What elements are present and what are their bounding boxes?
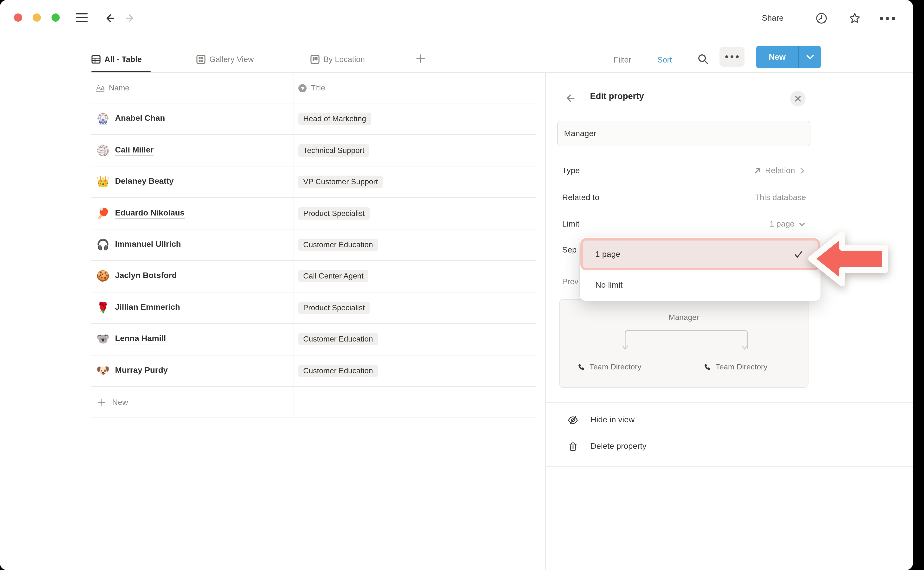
panel-divider [546,466,913,466]
search-icon[interactable] [697,53,709,66]
relation-preview: Manager Team Directory Team Directory [559,299,809,388]
title-cell[interactable]: Customer Education [293,324,536,355]
name-cell[interactable]: 🍪 Jaclyn Botsford [91,261,293,292]
name-cell[interactable]: 🎡 Anabel Chan [91,103,293,135]
sort-button[interactable]: Sort [657,50,672,69]
board-view-icon [310,55,319,64]
setting-value[interactable]: Relation [753,166,806,176]
delete-property-button[interactable]: Delete property [567,438,646,455]
table-row[interactable]: 🏓 Eduardo Nikolaus Product Specialist [91,198,536,230]
setting-row-related-to[interactable]: Related to This database [562,188,806,207]
page-name-link[interactable]: Jaclyn Botsford [115,271,177,282]
property-name-input[interactable] [557,121,810,146]
page-emoji-icon: 🎧 [96,239,110,250]
page-name-link[interactable]: Delaney Beatty [115,176,174,187]
page-name-link[interactable]: Lenna Hamill [115,334,166,345]
column-header-label: Name [109,84,129,92]
table-row[interactable]: 🌹 Jillian Emmerich Product Specialist [91,292,536,324]
page-name-link[interactable]: Anabel Chan [115,113,165,124]
setting-row-type[interactable]: Type Relation [562,161,806,180]
traffic-light-zoom-button[interactable] [52,14,60,21]
favorite-star-icon[interactable] [848,12,861,25]
preview-child-item: Team Directory [703,360,767,374]
tab-all-table[interactable]: All - Table [91,46,142,73]
title-cell[interactable]: Head of Marketing [293,103,536,135]
tab-gallery-view[interactable]: Gallery View [196,46,254,73]
title-tag: VP Customer Support [298,176,383,188]
share-button[interactable]: Share [762,14,784,23]
column-header-name[interactable]: Aa Name [91,73,293,103]
setting-label: Limit [562,219,579,229]
dropdown-option-1-page[interactable]: 1 page [583,241,818,268]
phone-icon [577,363,585,371]
edit-property-panel: Edit property Type Relation [545,73,913,570]
table-right-border[interactable] [536,73,536,418]
traffic-light-minimize-button[interactable] [33,14,41,21]
name-cell[interactable]: 🎧 Immanuel Ullrich [91,230,293,260]
nav-forward-icon[interactable] [123,12,136,25]
panel-back-icon[interactable] [565,92,577,104]
add-row-button[interactable]: New [91,387,536,418]
title-cell[interactable]: Customer Education [293,230,536,260]
setting-value[interactable]: 1 page [769,219,806,229]
setting-row-limit[interactable]: Limit 1 page [562,215,806,234]
page-emoji-icon: 🌹 [96,303,110,313]
table-row[interactable]: 🐨 Lenna Hamill Customer Education [91,324,536,355]
relation-arrow-icon [753,166,761,175]
title-cell[interactable]: Product Specialist [293,198,536,229]
table-row[interactable]: 🐶 Murray Purdy Customer Education [91,355,536,387]
gallery-view-icon [196,55,206,64]
add-row-label: New [112,398,128,407]
name-cell[interactable]: 🐶 Murray Purdy [91,355,293,386]
hide-in-view-button[interactable]: Hide in view [567,411,634,429]
title-cell[interactable]: Customer Education [293,355,536,386]
table-row[interactable]: 🏐 Cali Miller Technical Support [91,135,536,166]
table-row[interactable]: 🎧 Immanuel Ullrich Customer Education [91,230,536,261]
title-cell[interactable]: VP Customer Support [293,166,536,198]
new-dropdown-chevron-icon[interactable] [798,46,821,68]
title-tag: Customer Education [298,333,378,346]
action-label: Delete property [591,441,646,451]
traffic-light-close-button[interactable] [14,14,22,21]
name-cell[interactable]: 🐨 Lenna Hamill [91,324,293,355]
sidebar-menu-icon[interactable] [76,13,87,22]
page-name-link[interactable]: Jillian Emmerich [115,303,180,313]
title-cell[interactable]: Product Specialist [293,292,536,323]
preview-parent-label: Manager [560,313,808,322]
dropdown-option-no-limit[interactable]: No limit [583,274,818,297]
close-panel-button[interactable] [790,91,806,106]
table-header-row: Aa Name Title [91,73,536,103]
nav-back-icon[interactable] [104,12,117,25]
view-options-icon[interactable] [720,47,744,67]
table-row[interactable]: 🍪 Jaclyn Botsford Call Center Agent [91,261,536,292]
stage: Share All - Table [0,0,924,570]
updates-clock-icon[interactable] [815,12,828,25]
action-label: Hide in view [591,415,634,425]
name-cell[interactable]: 🌹 Jillian Emmerich [91,292,293,323]
name-cell[interactable]: 🏐 Cali Miller [91,135,293,166]
page-name-link[interactable]: Eduardo Nikolaus [115,208,184,219]
title-cell[interactable]: Call Center Agent [293,261,536,292]
page-emoji-icon: 🏓 [96,208,110,219]
column-header-title[interactable]: Title [293,73,536,103]
table-row[interactable]: 🎡 Anabel Chan Head of Marketing [91,103,536,135]
new-button-label[interactable]: New [756,46,798,68]
tab-by-location[interactable]: By Location [310,46,365,73]
setting-value[interactable]: This database [755,193,806,202]
page-emoji-icon: 👑 [96,176,110,187]
filter-button[interactable]: Filter [614,50,631,69]
preview-child-label: Team Directory [589,363,641,371]
table-row[interactable]: 👑 Delaney Beatty VP Customer Support [91,166,536,198]
title-tag: Call Center Agent [298,270,368,283]
page-name-link[interactable]: Cali Miller [115,145,154,156]
name-cell[interactable]: 🏓 Eduardo Nikolaus [91,198,293,229]
title-tag: Product Specialist [298,207,370,219]
title-tag: Technical Support [298,144,369,156]
page-name-link[interactable]: Murray Purdy [115,365,168,376]
add-view-icon[interactable] [415,53,427,64]
title-cell[interactable]: Technical Support [293,135,536,166]
page-name-link[interactable]: Immanuel Ullrich [115,239,181,250]
name-cell[interactable]: 👑 Delaney Beatty [91,166,293,198]
new-button[interactable]: New [756,46,821,68]
more-options-icon[interactable] [880,17,895,20]
